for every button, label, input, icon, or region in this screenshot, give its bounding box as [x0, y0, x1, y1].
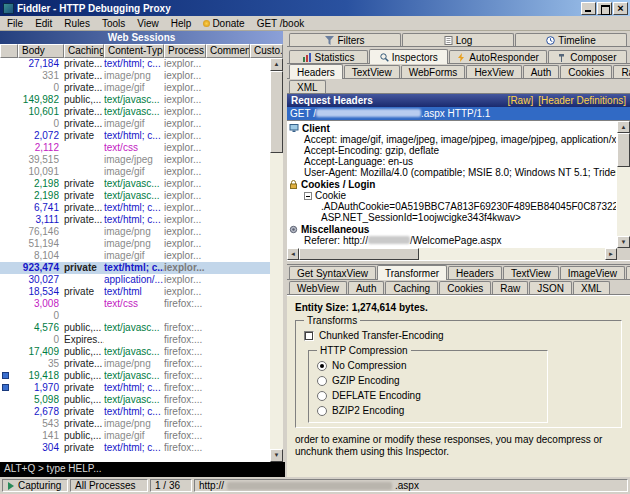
session-row[interactable]: 76,146 image/png iexplor...	[0, 226, 283, 238]
headers-hscrollbar[interactable]: ◄ ►	[287, 248, 630, 260]
header-line[interactable]: Accept-Encoding: gzip, deflate	[289, 145, 616, 156]
column-header-process[interactable]: Process	[164, 44, 206, 58]
request-inspector-tab[interactable]: Raw	[613, 65, 630, 78]
minimize-button[interactable]	[581, 2, 596, 15]
session-row[interactable]: 2,198 private text/javasc... iexplor...	[0, 190, 283, 202]
column-header-caching[interactable]: Caching	[64, 44, 104, 58]
session-row[interactable]: 27,184 private... text/html; c... iexplo…	[0, 58, 283, 70]
collapse-minus-icon[interactable]	[304, 192, 312, 200]
request-inspector-tab[interactable]: WebForms	[401, 65, 466, 78]
column-header-blank[interactable]	[0, 44, 18, 58]
cookie-value[interactable]: .ADAuthCookie=0A519BBC7A813F69230F489EB8…	[289, 201, 616, 212]
request-inspector-tab[interactable]: Auth	[523, 65, 560, 78]
request-inspector-tab[interactable]: Headers	[289, 64, 343, 79]
raw-link[interactable]: [Raw]	[508, 95, 534, 106]
session-row[interactable]: 0	[0, 310, 283, 322]
session-row[interactable]: 4,576 public,... text/javasc... firefox:…	[0, 322, 283, 334]
session-row[interactable]: 0 Expires... firefox:...	[0, 334, 283, 346]
tab-composer[interactable]: Composer	[548, 50, 627, 63]
header-section-cookies-login[interactable]: Cookies / Login	[289, 178, 616, 190]
scroll-down-icon[interactable]: ▼	[270, 449, 283, 462]
header-definitions-link[interactable]: [Header Definitions]	[538, 95, 626, 106]
menu-item[interactable]: View	[131, 17, 165, 30]
compression-radio-option[interactable]: GZIP Encoding	[317, 373, 539, 388]
session-row[interactable]: 3,111 private... text/html; c... iexplor…	[0, 214, 283, 226]
menu-item-get-book[interactable]: GET /book	[251, 17, 311, 30]
headers-scrollbar[interactable]: ▲ ▼	[617, 121, 630, 248]
session-row[interactable]: 1,970 private text/html; c... firefox:..…	[0, 382, 283, 394]
menu-item[interactable]: Rules	[58, 17, 96, 30]
session-row[interactable]: 923,474 private text/html; c... iexplor.…	[0, 262, 283, 274]
session-row[interactable]: 2,072 private text/html; c... iexplor...	[0, 130, 283, 142]
session-row[interactable]: 10,601 private... text/javasc... iexplor…	[0, 106, 283, 118]
session-row[interactable]: 141 public,... image/gif firefox:...	[0, 430, 283, 442]
response-inspector-tab[interactable]: Get SyntaxView	[289, 266, 376, 279]
column-header-custom[interactable]: Custo...	[250, 44, 283, 58]
maximize-button[interactable]	[597, 2, 612, 15]
session-row[interactable]: 149,982 public,... text/javasc... iexplo…	[0, 94, 283, 106]
referer-line[interactable]: Referer: http:///WelcomePage.aspx	[289, 235, 616, 246]
session-row[interactable]: 18,534 private text/html iexplor...	[0, 286, 283, 298]
response-inspector-tab[interactable]: HexView	[626, 266, 630, 279]
scroll-left-icon[interactable]: ◄	[287, 248, 299, 260]
header-line[interactable]: Accept-Language: en-us	[289, 156, 616, 167]
scroll-down-icon[interactable]: ▼	[617, 236, 630, 248]
compression-radio-option[interactable]: BZIP2 Encoding	[317, 403, 539, 418]
header-section-client[interactable]: Client	[289, 122, 616, 134]
session-row[interactable]: 8,104 image/gif iexplor...	[0, 250, 283, 262]
response-inspector-tab[interactable]: Transformer	[377, 265, 447, 280]
session-row[interactable]: 2,678 private text/html; c... firefox:..…	[0, 406, 283, 418]
response-inspector-tab[interactable]: JSON	[529, 281, 572, 294]
session-row[interactable]: 19,418 public,... text/javasc... firefox…	[0, 370, 283, 382]
request-inspector-tab[interactable]: XML	[289, 80, 326, 93]
capturing-indicator[interactable]: Capturing	[2, 479, 68, 492]
scroll-right-icon[interactable]: ►	[605, 248, 617, 260]
tab-timeline[interactable]: Timeline	[515, 33, 627, 46]
session-row[interactable]: 543 private... image/png firefox:...	[0, 418, 283, 430]
menu-item[interactable]: Help	[165, 17, 198, 30]
column-header-comments[interactable]: Comments	[206, 44, 250, 58]
process-filter[interactable]: All Processes	[70, 479, 148, 492]
request-inspector-tab[interactable]: TextView	[344, 65, 400, 78]
session-row[interactable]: 0 private... image/gif iexplor...	[0, 118, 283, 130]
response-inspector-tab[interactable]: Headers	[448, 266, 502, 279]
session-row[interactable]: 2,112 text/css iexplor...	[0, 142, 283, 154]
session-list-scrollbar[interactable]: ▲ ▼	[270, 58, 283, 462]
tab-log[interactable]: Log	[402, 33, 514, 46]
response-inspector-tab[interactable]: Raw	[492, 281, 528, 294]
session-row[interactable]: 10,091 image/gif iexplor...	[0, 166, 283, 178]
request-inspector-tab[interactable]: HexView	[466, 65, 521, 78]
request-inspector-tab[interactable]: Cookies	[560, 65, 612, 78]
session-row[interactable]: 6,741 private... text/html; c... iexplor…	[0, 202, 283, 214]
session-row[interactable]: 2,198 private text/javasc... iexplor...	[0, 178, 283, 190]
menu-item[interactable]: Tools	[96, 17, 131, 30]
tab-inspectors[interactable]: Inspectors	[369, 49, 448, 64]
menu-item-donate[interactable]: Donate	[197, 17, 250, 30]
session-row[interactable]: 35 private... image/png firefox:...	[0, 358, 283, 370]
tab-autoresponder[interactable]: AutoResponder	[449, 50, 547, 63]
scrollbar-thumb[interactable]	[617, 133, 630, 167]
compression-radio-option[interactable]: No Compression	[317, 358, 539, 373]
session-row[interactable]: 30,027 application/... iexplor...	[0, 274, 283, 286]
response-inspector-tab[interactable]: TextView	[503, 266, 559, 279]
scroll-up-icon[interactable]: ▲	[617, 121, 630, 133]
response-inspector-tab[interactable]: Cookies	[439, 281, 491, 294]
response-inspector-tab[interactable]: Caching	[385, 281, 438, 294]
menu-item[interactable]: Edit	[29, 17, 58, 30]
compression-radio-option[interactable]: DEFLATE Encoding	[317, 388, 539, 403]
scroll-up-icon[interactable]: ▲	[270, 58, 283, 71]
session-row[interactable]: 0 private... image/gif iexplor...	[0, 82, 283, 94]
cookie-value[interactable]: ASP.NET_SessionId=1oojwcigke343f4kwav>	[289, 212, 616, 223]
response-inspector-tab[interactable]: ImageView	[560, 266, 625, 279]
response-inspector-tab[interactable]: Auth	[348, 281, 385, 294]
session-row[interactable]: 39,515 image/jpeg iexplor...	[0, 154, 283, 166]
tab-statistics[interactable]: Statistics	[289, 50, 368, 63]
quickexec-box[interactable]: ALT+Q > type HELP...	[0, 462, 285, 477]
column-header-body[interactable]: Body	[18, 44, 64, 58]
header-line[interactable]: User-Agent: Mozilla/4.0 (compatible; MSI…	[289, 167, 616, 178]
response-inspector-tab[interactable]: WebView	[289, 281, 347, 294]
session-row[interactable]: 3,008 text/css firefox:...	[0, 298, 283, 310]
chunked-transfer-encoding-checkbox[interactable]: Chunked Transfer-Encoding	[304, 328, 613, 343]
session-row[interactable]: 5,098 public,... text/javasc... firefox:…	[0, 394, 283, 406]
close-button[interactable]	[613, 2, 628, 15]
